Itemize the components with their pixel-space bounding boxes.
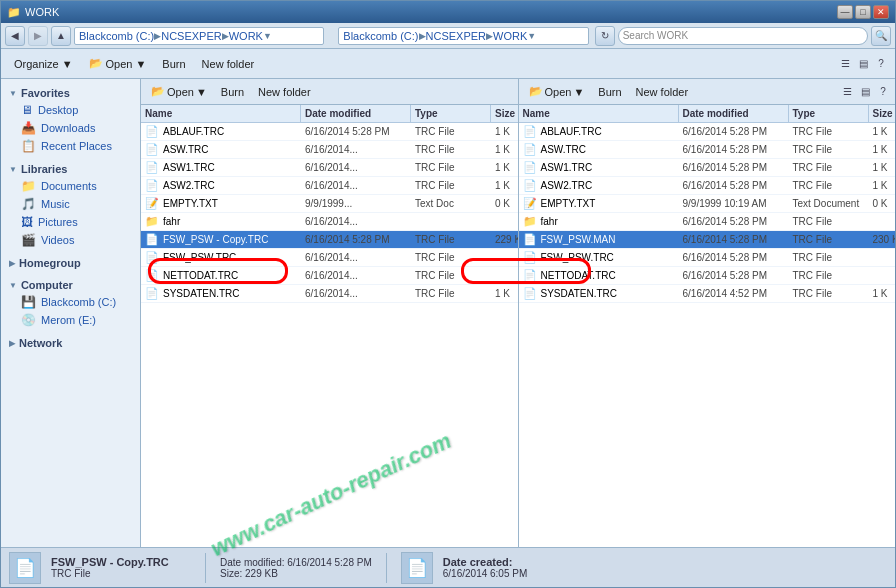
maximize-button[interactable]: □ [855,5,871,19]
search-button[interactable]: 🔍 [871,26,891,46]
address-field-left[interactable]: Blackcomb (C:) ▶ NCSEXPER ▶ WORK ▼ [74,27,324,45]
col-size-header-left[interactable]: Size [491,105,518,122]
organize-button[interactable]: Organize ▼ [7,55,80,73]
col-size-header-right[interactable]: Size [869,105,896,122]
file-size: 0 K [491,195,518,212]
table-row[interactable]: 📄 NETTODAT.TRC 6/16/2014 5:28 PM TRC Fil… [519,267,896,285]
table-row[interactable]: 📄 ASW1.TRC 6/16/2014 5:28 PM TRC File 1 … [519,159,896,177]
col-type-header-left[interactable]: Type [411,105,491,122]
sidebar-item-downloads[interactable]: 📥 Downloads [1,119,140,137]
minimize-button[interactable]: — [837,5,853,19]
left-burn-button[interactable]: Burn [215,83,250,101]
right-burn-button[interactable]: Burn [592,83,627,101]
table-row[interactable]: 📄 ASW2.TRC 6/16/2014 5:28 PM TRC File 1 … [519,177,896,195]
table-row[interactable]: 📁 fahr 6/16/2014 5:28 PM TRC File [519,213,896,231]
left-open-button[interactable]: 📂 Open ▼ [145,82,213,101]
table-row[interactable]: 📄 NETTODAT.TRC 6/16/2014... TRC File [141,267,518,285]
left-file-list[interactable]: Name Date modified Type Size 📄 ABLAUF.TR… [141,105,518,547]
close-button[interactable]: ✕ [873,5,889,19]
right-open-button[interactable]: 📂 Open ▼ [523,82,591,101]
file-type: TRC File [411,141,491,158]
table-row[interactable]: 📄 ASW.TRC 6/16/2014 5:28 PM TRC File 1 K [519,141,896,159]
open-label: Open [106,58,133,70]
col-type-header-right[interactable]: Type [789,105,869,122]
file-size [869,249,896,266]
table-row[interactable]: 📄 ABLAUF.TRC 6/16/2014 5:28 PM TRC File … [141,123,518,141]
right-file-list[interactable]: Name Date modified Type Size 📄 ABLAUF.TR… [519,105,896,547]
homegroup-arrow: ▶ [9,259,15,268]
new-folder-button-main[interactable]: New folder [195,55,262,73]
table-row[interactable]: 📄 FSW_PSW.TRC 6/16/2014... TRC File [141,249,518,267]
file-date: 9/9/1999... [301,195,411,212]
file-size [491,249,518,266]
file-type: TRC File [411,159,491,176]
table-row[interactable]: 📄 ASW2.TRC 6/16/2014... TRC File 1 K [141,177,518,195]
right-view-icon-1[interactable]: ☰ [839,84,855,100]
file-size: 1 K [869,285,896,302]
table-row[interactable]: 📄 SYSDATEN.TRC 6/16/2014... TRC File 1 K [141,285,518,303]
organize-label: Organize [14,58,59,70]
status-thumb-right: 📄 [401,552,433,584]
col-date-header-right[interactable]: Date modified [679,105,789,122]
table-row[interactable]: 📝 EMPTY.TXT 9/9/1999... Text Doc 0 K [141,195,518,213]
table-row[interactable]: 📝 EMPTY.TXT 9/9/1999 10:19 AM Text Docum… [519,195,896,213]
crumb-ncsexper: NCSEXPER [161,30,222,42]
back-button[interactable]: ◀ [5,26,25,46]
sidebar-item-videos[interactable]: 🎬 Videos [1,231,140,249]
sidebar-item-recent[interactable]: 📋 Recent Places [1,137,140,155]
col-date-header-left[interactable]: Date modified [301,105,411,122]
sidebar-item-pictures[interactable]: 🖼 Pictures [1,213,140,231]
homegroup-heading[interactable]: ▶ Homegroup [1,255,140,271]
downloads-icon: 📥 [21,121,36,135]
view-icon-btn-1[interactable]: ☰ [837,56,853,72]
address-field-right[interactable]: Blackcomb (C:) ▶ NCSEXPER ▶ WORK ▼ [338,27,588,45]
col-name-header-right[interactable]: Name [519,105,679,122]
right-view-icon-2[interactable]: ▤ [857,84,873,100]
file-type: TRC File [789,159,869,176]
sidebar-item-music[interactable]: 🎵 Music [1,195,140,213]
view-icon-btn-2[interactable]: ▤ [855,56,871,72]
favorites-heading[interactable]: ▼ Favorites [1,85,140,101]
table-row[interactable]: 📄 ASW1.TRC 6/16/2014... TRC File 1 K [141,159,518,177]
col-name-header-left[interactable]: Name [141,105,301,122]
refresh-button[interactable]: ↻ [595,26,615,46]
burn-button-main[interactable]: Burn [155,55,192,73]
sidebar-item-desktop[interactable]: 🖥 Desktop [1,101,140,119]
file-icon: 📄 [145,287,159,300]
status-filename-right: Date created: [443,556,583,568]
status-divider-1 [205,553,206,583]
crumb-work: WORK [229,30,263,42]
status-bar: 📄 FSW_PSW - Copy.TRC TRC File Date modif… [1,547,895,587]
help-icon-btn[interactable]: ? [873,56,889,72]
file-size: 1 K [491,123,518,140]
open-button-main[interactable]: 📂 Open ▼ [82,54,154,73]
file-icon: 📄 [523,125,537,138]
table-row[interactable]: 📄 ABLAUF.TRC 6/16/2014 5:28 PM TRC File … [519,123,896,141]
recent-icon: 📋 [21,139,36,153]
table-row[interactable]: 📁 fahr 6/16/2014... [141,213,518,231]
computer-heading[interactable]: ▼ Computer [1,277,140,293]
left-new-folder-button[interactable]: New folder [252,83,317,101]
table-row[interactable]: 📄 FSW_PSW.TRC 6/16/2014 5:28 PM TRC File [519,249,896,267]
sidebar-item-documents[interactable]: 📁 Documents [1,177,140,195]
table-row[interactable]: 📄 FSW_PSW - Copy.TRC 6/16/2014 5:28 PM T… [141,231,518,249]
up-button[interactable]: ▲ [51,26,71,46]
right-new-folder-button[interactable]: New folder [630,83,695,101]
search-field[interactable]: Search WORK [618,27,868,45]
right-pane-toolbar: 📂 Open ▼ Burn New folder ☰ ▤ ? [519,79,896,105]
file-name-text: fahr [163,216,180,227]
blackcomb-icon: 💾 [21,295,36,309]
sidebar-item-blackcomb[interactable]: 💾 Blackcomb (C:) [1,293,140,311]
file-name-text: ASW.TRC [163,144,209,155]
table-row[interactable]: 📄 SYSDATEN.TRC 6/16/2014 4:52 PM TRC Fil… [519,285,896,303]
file-icon: 📄 [523,269,537,282]
libraries-heading[interactable]: ▼ Libraries [1,161,140,177]
network-heading[interactable]: ▶ Network [1,335,140,351]
right-help-icon[interactable]: ? [875,84,891,100]
forward-button[interactable]: ▶ [28,26,48,46]
sidebar-item-merom[interactable]: 💿 Merom (E:) [1,311,140,329]
table-row[interactable]: 📄 ASW.TRC 6/16/2014... TRC File 1 K [141,141,518,159]
file-name-text: EMPTY.TXT [163,198,218,209]
table-row[interactable]: 📄 FSW_PSW.MAN 6/16/2014 5:28 PM TRC File… [519,231,896,249]
title-bar: 📁 WORK — □ ✕ [1,1,895,23]
